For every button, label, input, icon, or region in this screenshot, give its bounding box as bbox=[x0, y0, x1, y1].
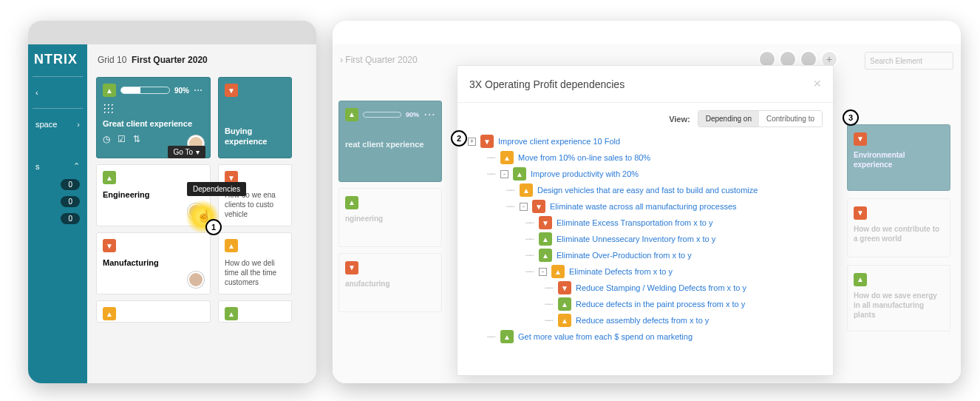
chevron-up-icon: ⌃ bbox=[73, 161, 80, 171]
trend-yl-icon: ▲ bbox=[558, 314, 571, 327]
trend-up-icon: ▲ bbox=[103, 84, 116, 97]
expand-icon[interactable]: + bbox=[468, 138, 476, 146]
trend-up-icon: ▲ bbox=[558, 297, 571, 311]
card-title: Great client experience bbox=[103, 119, 204, 129]
clock-icon[interactable]: ◷ bbox=[103, 134, 110, 144]
sidebar-item-space[interactable]: space› bbox=[33, 115, 83, 134]
step-marker-1: 1 bbox=[205, 219, 222, 235]
app-logo: NTRIX bbox=[33, 49, 83, 70]
progress-pct: 90% bbox=[174, 87, 189, 95]
sidebar-badge: 0 bbox=[61, 213, 80, 224]
trend-dn-icon: ▼ bbox=[532, 200, 545, 213]
trend-flat-icon: ▲ bbox=[103, 307, 116, 320]
collapse-icon[interactable]: - bbox=[520, 203, 528, 211]
tree-node[interactable]: +▼Improve client experience 10 Fold bbox=[468, 133, 823, 149]
trend-dn-icon: ▼ bbox=[558, 281, 571, 294]
card-manufacturing[interactable]: ▼ Manufacturing bbox=[96, 232, 211, 294]
trend-yl-icon: ▲ bbox=[551, 265, 565, 278]
sidebar-item-s[interactable]: s⌃ bbox=[33, 156, 83, 176]
check-icon[interactable]: ☑ bbox=[118, 134, 126, 144]
tree-connector: ┄┄ bbox=[525, 267, 533, 277]
card-great-client[interactable]: ▲ 90% ⋯ Great client experience ◷ ☑ ⇅ Go… bbox=[96, 77, 211, 158]
grid-icon[interactable] bbox=[103, 103, 113, 113]
tree-connector: ┄┄ bbox=[487, 332, 494, 342]
trend-down-icon: ▼ bbox=[103, 239, 116, 252]
tree-node-link[interactable]: Eliminate Unnessecary Inventory from x t… bbox=[557, 235, 715, 243]
tree-node-link[interactable]: Eliminate waste across all manufacturing… bbox=[550, 202, 737, 211]
tree-node-link[interactable]: Eliminate Defects from x to y bbox=[569, 267, 673, 276]
dependencies-modal: 3X Operating Profit dependencies × View:… bbox=[457, 65, 834, 376]
card-buying[interactable]: ▼ Buying experience bbox=[218, 77, 292, 158]
panel-right: › First Quarter 2020 + Search Element ▲9… bbox=[333, 21, 961, 383]
tree-node-link[interactable]: Move from 10% on-line sales to 80% bbox=[518, 153, 650, 162]
tree-node[interactable]: ┄┄-▲Improve productivity with 20% bbox=[468, 166, 823, 182]
tree-node-link[interactable]: Improve client experience 10 Fold bbox=[498, 137, 620, 146]
more-icon[interactable]: ⋯ bbox=[194, 85, 204, 95]
sidebar-badge: 0 bbox=[61, 196, 80, 207]
goto-button[interactable]: Go To▾ bbox=[168, 146, 206, 158]
trend-up-icon: ▲ bbox=[103, 171, 116, 184]
tree-node-link[interactable]: Eliminate Over-Production from x to y bbox=[557, 251, 692, 260]
card-body: How do we deli time all the time custome… bbox=[225, 258, 285, 287]
tree-connector: ┄┄ bbox=[525, 235, 533, 244]
tree-node[interactable]: ┄┄▲Get more value from each $ spend on m… bbox=[468, 328, 823, 345]
bg-card: ▼anufacturing bbox=[338, 253, 442, 312]
tree-node[interactable]: ┄┄▲Eliminate Over-Production from x to y bbox=[468, 247, 823, 263]
tree-node-link[interactable]: Reduce Stamping / Welding Defects from x… bbox=[576, 283, 746, 292]
sidebar-item-back[interactable]: ‹ bbox=[33, 83, 83, 102]
bg-card: ▼Environmental experience bbox=[847, 124, 950, 191]
tree-connector: ┄┄ bbox=[545, 316, 552, 326]
bg-card: ▼How do we contribute to a green world bbox=[847, 198, 950, 257]
tree-node-link[interactable]: Eliminate Excess Transportation from x t… bbox=[557, 218, 713, 227]
tree-node-link[interactable]: Get more value from each $ spend on mark… bbox=[518, 332, 693, 341]
trend-up-icon: ▲ bbox=[225, 307, 238, 320]
card-generic[interactable]: ▲ bbox=[96, 300, 211, 323]
card-how-deliver[interactable]: ▲ How do we deli time all the time custo… bbox=[218, 232, 292, 294]
trend-yl-icon: ▲ bbox=[520, 183, 533, 197]
card-generic[interactable]: ▲ bbox=[218, 300, 292, 323]
tree-connector: ┄┄ bbox=[506, 186, 514, 195]
tree-node-link[interactable]: Reduce assembly defects from x to y bbox=[576, 316, 709, 325]
tree-connector: ┄┄ bbox=[506, 202, 514, 212]
tree-connector: ┄┄ bbox=[487, 169, 494, 179]
chevron-right-icon: › bbox=[77, 120, 80, 129]
bg-card: ▲ngineering bbox=[338, 188, 442, 247]
tree-node[interactable]: ┄┄-▼Eliminate waste across all manufactu… bbox=[468, 198, 823, 215]
tree-node[interactable]: ┄┄▲Reduce assembly defects from x to y bbox=[468, 312, 823, 328]
tree-node-link[interactable]: Design vehicles that are easy and fast t… bbox=[537, 186, 758, 195]
search-input[interactable]: Search Element bbox=[865, 52, 953, 70]
seg-contributing-to[interactable]: Contributing to bbox=[759, 111, 822, 127]
trend-up-icon: ▲ bbox=[539, 249, 552, 262]
view-label: View: bbox=[669, 115, 690, 124]
trend-flat-icon: ▲ bbox=[225, 239, 238, 252]
step-marker-2: 2 bbox=[451, 130, 467, 146]
sidebar-badge: 0 bbox=[61, 179, 80, 190]
bg-card: ▲90%⋯ reat client xperience bbox=[338, 101, 442, 182]
breadcrumb: › First Quarter 2020 bbox=[340, 55, 418, 65]
tree-node-link[interactable]: Reduce defects in the paint process from… bbox=[576, 300, 745, 309]
tree-connector: ┄┄ bbox=[525, 251, 533, 260]
breadcrumb: Grid 10 First Quarter 2020 bbox=[87, 44, 316, 73]
tree-node[interactable]: ┄┄▲Design vehicles that are easy and fas… bbox=[468, 182, 823, 198]
tree-node[interactable]: ┄┄▼Eliminate Excess Transportation from … bbox=[468, 215, 823, 231]
collapse-icon[interactable]: - bbox=[539, 268, 547, 276]
tree-node[interactable]: ┄┄-▲Eliminate Defects from x to y bbox=[468, 263, 823, 280]
close-icon[interactable]: × bbox=[813, 76, 821, 92]
tree-node[interactable]: ┄┄▼Reduce Stamping / Welding Defects fro… bbox=[468, 280, 823, 296]
tree-node-link[interactable]: Improve productivity with 20% bbox=[531, 169, 639, 178]
progress-bar bbox=[120, 87, 170, 94]
tree-node[interactable]: ┄┄▲Eliminate Unnessecary Inventory from … bbox=[468, 231, 823, 247]
tree-node[interactable]: ┄┄▲Move from 10% on-line sales to 80% bbox=[468, 149, 823, 166]
seg-depending-on[interactable]: Depending on bbox=[698, 111, 759, 127]
tree-connector: ┄┄ bbox=[487, 153, 494, 163]
card-title: Manufacturing bbox=[103, 258, 204, 269]
trend-dn-icon: ▼ bbox=[539, 216, 552, 229]
tree-node[interactable]: ┄┄▲Reduce defects in the paint process f… bbox=[468, 296, 823, 312]
grid-content: Grid 10 First Quarter 2020 ▲ 90% ⋯ Great… bbox=[87, 44, 316, 383]
dependencies-icon[interactable]: ⇅ bbox=[133, 134, 140, 144]
step-marker-3: 3 bbox=[843, 109, 859, 126]
card-title: Buying experience bbox=[225, 127, 285, 147]
collapse-icon[interactable]: - bbox=[500, 170, 508, 178]
trend-up-icon: ▲ bbox=[500, 330, 514, 343]
avatar[interactable] bbox=[188, 272, 204, 288]
